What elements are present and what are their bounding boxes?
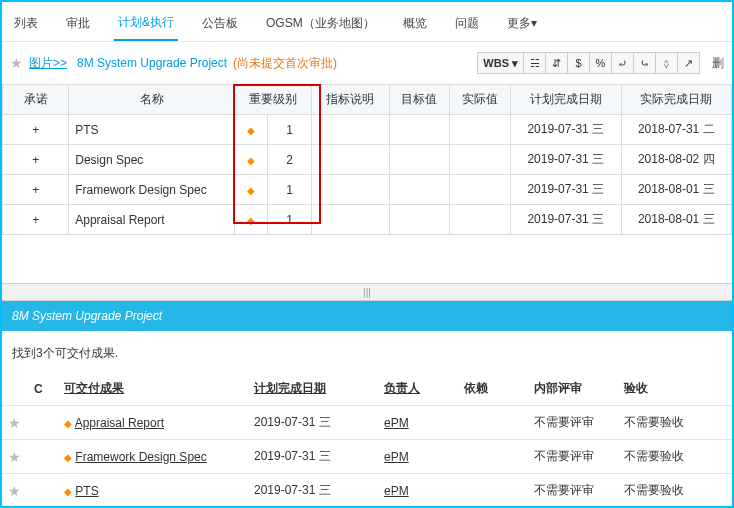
col-actual-val: 实际值 xyxy=(450,85,511,115)
tab-more[interactable]: 更多▾ xyxy=(503,9,541,40)
c-cell xyxy=(28,474,58,508)
image-link[interactable]: 图片>> xyxy=(29,55,67,72)
priority-value: 1 xyxy=(268,205,312,235)
review-cell: 不需要评审 xyxy=(528,440,618,474)
deliverable-link[interactable]: PTS xyxy=(75,484,98,498)
tab-plan-execute[interactable]: 计划&执行 xyxy=(114,8,178,41)
col-priority: 重要级别 xyxy=(234,85,311,115)
col-deliverable[interactable]: 可交付成果 xyxy=(58,372,248,406)
diamond-icon: ◆ xyxy=(234,205,267,235)
actual-date: 2018-08-01 三 xyxy=(621,205,732,235)
toolbar-icon-5[interactable]: ⤾ xyxy=(611,53,633,73)
toolbar-icon-1[interactable]: ☵ xyxy=(523,53,545,73)
tab-issues[interactable]: 问题 xyxy=(451,9,483,40)
col-plan-date-2[interactable]: 计划完成日期 xyxy=(248,372,378,406)
tab-list[interactable]: 列表 xyxy=(10,9,42,40)
expand-toggle[interactable]: + xyxy=(3,145,69,175)
project-title: 8M System Upgrade Project xyxy=(77,56,227,70)
chevron-down-icon: ▾ xyxy=(512,57,518,70)
plan-date: 2019-07-31 三 xyxy=(248,474,378,508)
target-value xyxy=(389,175,450,205)
horizontal-scrollbar[interactable]: ||| xyxy=(2,283,732,301)
col-metric-desc: 指标说明 xyxy=(312,85,389,115)
plan-date: 2019-07-31 三 xyxy=(248,440,378,474)
chevron-down-icon: ▾ xyxy=(531,16,537,30)
actual-value xyxy=(450,115,511,145)
actual-value xyxy=(450,175,511,205)
diamond-icon: ◆ xyxy=(234,115,267,145)
plan-date: 2019-07-31 三 xyxy=(511,145,621,175)
col-dependency[interactable]: 依赖 xyxy=(458,372,528,406)
tab-ogsm[interactable]: OGSM（业务地图） xyxy=(262,9,379,40)
priority-value: 1 xyxy=(268,175,312,205)
tab-overview[interactable]: 概览 xyxy=(399,9,431,40)
metric-desc xyxy=(312,115,389,145)
project-header: ★ 图片>> 8M System Upgrade Project (尚未提交首次… xyxy=(2,42,732,84)
table-row[interactable]: +Framework Design Spec◆12019-07-31 三2018… xyxy=(3,175,732,205)
col-plan-date: 计划完成日期 xyxy=(511,85,621,115)
plan-date: 2019-07-31 三 xyxy=(248,406,378,440)
col-name: 名称 xyxy=(69,85,235,115)
col-accept[interactable]: 验收 xyxy=(618,372,732,406)
target-value xyxy=(389,145,450,175)
dependency-cell xyxy=(458,440,528,474)
owner-link[interactable]: ePM xyxy=(384,484,409,498)
plan-table: 承诺 名称 重要级别 指标说明 目标值 实际值 计划完成日期 实际完成日期 +P… xyxy=(2,84,732,235)
deliverable-name: ◆ Appraisal Report xyxy=(58,406,248,440)
col-owner[interactable]: 负责人 xyxy=(378,372,458,406)
favorite-icon[interactable]: ★ xyxy=(10,55,23,71)
toolbar-icon-3[interactable]: $ xyxy=(567,53,589,73)
c-cell xyxy=(28,440,58,474)
table-row[interactable]: ★◆ PTS2019-07-31 三ePM不需要评审不需要验收 xyxy=(2,474,732,508)
wbs-button[interactable]: WBS▾ xyxy=(478,53,523,73)
favorite-icon[interactable]: ★ xyxy=(2,474,28,508)
delete-text[interactable]: 删 xyxy=(712,55,724,72)
actual-date: 2018-07-31 二 xyxy=(621,115,732,145)
col-target: 目标值 xyxy=(389,85,450,115)
toolbar-icon-6[interactable]: ⤿ xyxy=(633,53,655,73)
target-value xyxy=(389,115,450,145)
actual-date: 2018-08-02 四 xyxy=(621,145,732,175)
toolbar-icon-2[interactable]: ⇵ xyxy=(545,53,567,73)
favorite-icon[interactable]: ★ xyxy=(2,406,28,440)
accept-cell: 不需要验收 xyxy=(618,406,732,440)
toolbar-icon-7[interactable]: ⎀ xyxy=(655,53,677,73)
toolbar: WBS▾ ☵ ⇵ $ % ⤾ ⤿ ⎀ ↗ xyxy=(477,52,700,74)
table-row[interactable]: ★◆ Appraisal Report2019-07-31 三ePM不需要评审不… xyxy=(2,406,732,440)
expand-toggle[interactable]: + xyxy=(3,115,69,145)
col-review[interactable]: 内部评审 xyxy=(528,372,618,406)
expand-toggle[interactable]: + xyxy=(3,175,69,205)
expand-toggle[interactable]: + xyxy=(3,205,69,235)
table-row[interactable]: +PTS◆12019-07-31 三2018-07-31 二 xyxy=(3,115,732,145)
deliverable-link[interactable]: Framework Design Spec xyxy=(75,450,206,464)
table-row[interactable]: +Design Spec◆22019-07-31 三2018-08-02 四 xyxy=(3,145,732,175)
col-c[interactable]: C xyxy=(28,372,58,406)
actual-value xyxy=(450,205,511,235)
results-count: 找到3个可交付成果. xyxy=(2,331,732,372)
owner-cell: ePM xyxy=(378,474,458,508)
owner-link[interactable]: ePM xyxy=(384,416,409,430)
row-name: Design Spec xyxy=(69,145,235,175)
metric-desc xyxy=(312,175,389,205)
table-row[interactable]: +Appraisal Report◆12019-07-31 三2018-08-0… xyxy=(3,205,732,235)
tab-approval[interactable]: 审批 xyxy=(62,9,94,40)
row-name: Framework Design Spec xyxy=(69,175,235,205)
tab-bar: 列表 审批 计划&执行 公告板 OGSM（业务地图） 概览 问题 更多▾ xyxy=(2,2,732,42)
diamond-icon: ◆ xyxy=(234,145,267,175)
row-name: PTS xyxy=(69,115,235,145)
table-row[interactable]: ★◆ Framework Design Spec2019-07-31 三ePM不… xyxy=(2,440,732,474)
accept-cell: 不需要验收 xyxy=(618,440,732,474)
dependency-cell xyxy=(458,474,528,508)
deliverable-name: ◆ Framework Design Spec xyxy=(58,440,248,474)
owner-link[interactable]: ePM xyxy=(384,450,409,464)
tab-bulletin[interactable]: 公告板 xyxy=(198,9,242,40)
plan-date: 2019-07-31 三 xyxy=(511,205,621,235)
metric-desc xyxy=(312,205,389,235)
favorite-icon[interactable]: ★ xyxy=(2,440,28,474)
toolbar-icon-8[interactable]: ↗ xyxy=(677,53,699,73)
review-cell: 不需要评审 xyxy=(528,406,618,440)
deliverable-link[interactable]: Appraisal Report xyxy=(75,416,164,430)
col-commit: 承诺 xyxy=(3,85,69,115)
owner-cell: ePM xyxy=(378,440,458,474)
toolbar-icon-4[interactable]: % xyxy=(589,53,611,73)
